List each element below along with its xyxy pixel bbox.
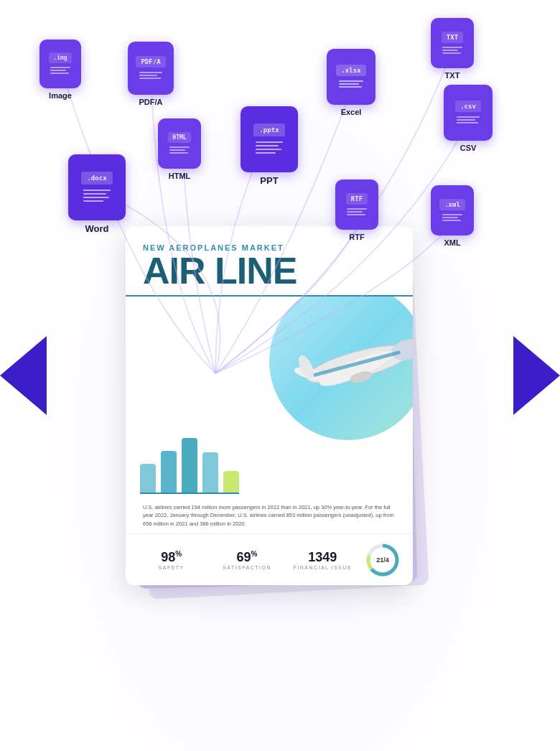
bar-4: [202, 452, 218, 494]
doc-body-text: U.S. airlines carried 194 million more p…: [126, 498, 413, 533]
stat-financial-value: 1349: [289, 550, 357, 565]
format-xml: .xml XML: [431, 185, 474, 247]
bar-3: [182, 438, 197, 494]
bar-1: [140, 464, 156, 494]
stats-row: 98% SAFETY 69% SATISFACTION 1349 FINANCI…: [126, 533, 413, 585]
format-image: .img Image: [39, 39, 81, 100]
doc-title: AIR LINE: [143, 252, 396, 289]
doc-content: [126, 297, 413, 498]
format-html: HTML HTML: [158, 118, 201, 180]
bar-2: [161, 451, 177, 494]
format-csv: .csv CSV: [444, 85, 493, 152]
format-pdfa: PDF/A PDF/A: [128, 42, 174, 106]
scene: .img Image PDF/A PDF/A .xlsx: [0, 0, 560, 751]
bar-chart: [140, 429, 239, 494]
airplane-illustration: [262, 318, 413, 433]
format-txt: TXT TXT: [431, 18, 474, 80]
right-arrow: [513, 336, 560, 415]
stat-safety: 98% SAFETY: [137, 550, 205, 570]
donut-label: 21/4: [376, 556, 389, 564]
donut-chart: 21/4: [364, 541, 401, 579]
stat-safety-value: 98%: [137, 550, 205, 565]
document-main: NEW AEROPLANES MARKET AIR LINE: [126, 226, 413, 585]
format-excel: .xlsx Excel: [327, 49, 375, 116]
stat-financial-label: FINANCIAL ISSUE: [289, 565, 357, 570]
format-rtf: RTF RTF: [335, 179, 378, 241]
format-ppt: .pptx PPT: [241, 106, 298, 186]
left-arrow: [0, 336, 47, 415]
format-word: .docx Word: [68, 154, 126, 234]
stat-satisfaction-label: SATISFACTION: [213, 565, 281, 570]
stat-financial: 1349 FINANCIAL ISSUE: [289, 550, 357, 570]
document-stack: NEW AEROPLANES MARKET AIR LINE: [126, 226, 434, 600]
stat-safety-label: SAFETY: [137, 565, 205, 570]
stat-satisfaction-value: 69%: [213, 550, 281, 565]
chart-baseline: [140, 493, 239, 494]
bar-5: [223, 471, 239, 494]
stat-satisfaction: 69% SATISFACTION: [213, 550, 281, 570]
